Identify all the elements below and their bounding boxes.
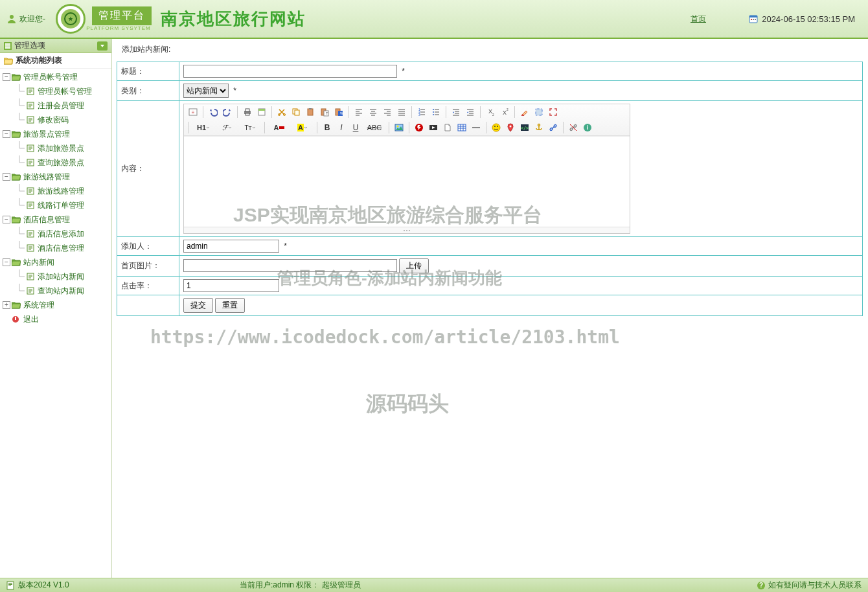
svg-rect-79 [8, 584, 12, 585]
svg-point-62 [494, 126, 496, 127]
paste-word-icon[interactable]: W [332, 106, 345, 119]
outdent-icon[interactable] [464, 106, 477, 119]
hr-icon[interactable] [470, 121, 483, 134]
nav-item[interactable]: 酒店信息添加 [0, 227, 111, 241]
nav-item[interactable]: 添加旅游景点 [0, 141, 111, 155]
title-input[interactable] [183, 65, 397, 78]
nav-item[interactable]: 添加站内新闻 [0, 269, 111, 284]
highlight-icon[interactable]: A [291, 121, 314, 134]
datetime-text: 2024-06-15 02:53:15 PM [762, 14, 855, 24]
home-link[interactable]: 首页 [691, 14, 706, 25]
nav-group[interactable]: +系统管理 [0, 298, 111, 312]
reset-button[interactable]: 重置 [215, 298, 245, 313]
align-left-icon[interactable] [352, 106, 365, 119]
nav-group-label: 旅游线路管理 [23, 172, 70, 183]
source-icon[interactable]: ≡ [187, 106, 200, 119]
svg-rect-4 [751, 19, 752, 20]
tree-toggle-icon[interactable]: − [3, 173, 10, 181]
upload-button[interactable]: 上传 [399, 258, 429, 273]
superscript-icon[interactable]: X2 [498, 106, 511, 119]
heading-icon[interactable]: H1 [192, 121, 214, 134]
paste-icon[interactable] [304, 106, 317, 119]
page-icon [26, 87, 35, 96]
fullscreen-icon[interactable] [547, 106, 560, 119]
nav-group[interactable]: −站内新闻 [0, 255, 111, 269]
svg-text:?: ? [759, 582, 763, 589]
link-icon[interactable] [547, 121, 560, 134]
align-center-icon[interactable] [367, 106, 380, 119]
select-all-icon[interactable] [532, 106, 545, 119]
image-path-input[interactable] [183, 259, 397, 272]
nav-item[interactable]: 酒店信息管理 [0, 241, 111, 255]
toolbar-separator [188, 122, 189, 133]
copy-icon[interactable] [290, 106, 303, 119]
clear-format-icon[interactable] [518, 106, 531, 119]
paste-text-icon[interactable]: T [318, 106, 331, 119]
subscript-icon[interactable]: X2 [484, 106, 497, 119]
media-icon[interactable] [427, 121, 440, 134]
underline-icon[interactable]: U [349, 121, 362, 134]
indent-icon[interactable] [450, 106, 463, 119]
tree-toggle-icon[interactable]: − [3, 130, 10, 138]
editor-resize-handle[interactable] [184, 227, 630, 233]
nav-group[interactable]: −旅游景点管理 [0, 127, 111, 141]
nav-group[interactable]: −旅游线路管理 [0, 170, 111, 184]
sidebar-collapse-button[interactable] [97, 41, 108, 51]
nav-item[interactable]: 查询站内新闻 [0, 284, 111, 298]
tree-line-icon [17, 141, 26, 155]
nav-item[interactable]: 查询旅游景点 [0, 155, 111, 170]
nav-item[interactable]: 修改密码 [0, 113, 111, 127]
tree-toggle-icon[interactable]: − [3, 73, 10, 81]
tree-line-icon [17, 284, 26, 298]
nav-item[interactable]: 注册会员管理 [0, 98, 111, 113]
hits-input[interactable] [183, 279, 279, 292]
tree-toggle-icon[interactable]: − [3, 216, 10, 223]
nav-group[interactable]: −酒店信息管理 [0, 212, 111, 227]
label-category: 类别： [117, 81, 179, 101]
image-icon[interactable] [393, 121, 405, 134]
text-color-icon[interactable]: A [268, 121, 290, 134]
bold-icon[interactable]: B [321, 121, 334, 134]
nav-exit[interactable]: 退出 [0, 312, 111, 326]
nav-item[interactable]: 管理员帐号管理 [0, 84, 111, 98]
footer-user-info: 当前用户:admin 权限： 超级管理员 [240, 580, 361, 591]
print-icon[interactable] [241, 106, 254, 119]
category-select[interactable]: 站内新闻 [183, 84, 229, 98]
about-icon[interactable]: i [581, 121, 594, 134]
unlink-icon[interactable] [567, 121, 580, 134]
role-value: 超级管理员 [322, 580, 361, 589]
page-title: 添加站内新闻: [117, 44, 863, 55]
tree-toggle-icon[interactable]: − [3, 258, 10, 266]
nav-item[interactable]: 旅游线路管理 [0, 184, 111, 198]
submit-button[interactable]: 提交 [183, 298, 213, 313]
toolbar-separator [486, 122, 486, 133]
editor-body[interactable] [184, 136, 630, 227]
undo-icon[interactable] [207, 106, 220, 119]
ol-icon[interactable]: 123 [415, 106, 428, 119]
nav-item[interactable]: 线路订单管理 [0, 198, 111, 212]
align-right-icon[interactable] [381, 106, 394, 119]
table-icon[interactable] [455, 121, 468, 134]
font-family-icon[interactable]: ℱ [216, 121, 238, 134]
map-icon[interactable] [504, 121, 517, 134]
nav-group[interactable]: −管理员帐号管理 [0, 70, 111, 84]
toolbar-separator [264, 122, 265, 133]
anchor-icon[interactable] [532, 121, 545, 134]
flash-icon[interactable] [413, 121, 426, 134]
code-icon[interactable]: </> [518, 121, 531, 134]
redo-icon[interactable] [221, 106, 234, 119]
ul-icon[interactable] [429, 106, 442, 119]
author-input[interactable] [183, 240, 279, 253]
cut-icon[interactable] [275, 106, 288, 119]
toolbar-separator [389, 122, 389, 133]
template-icon[interactable] [255, 106, 268, 119]
footer-help[interactable]: ? 如有疑问请与技术人员联系 [757, 580, 862, 591]
font-size-icon[interactable]: TT [239, 121, 261, 134]
svg-text:i: i [587, 124, 589, 131]
align-justify-icon[interactable] [395, 106, 408, 119]
file-icon[interactable] [441, 121, 454, 134]
strike-icon[interactable]: ABC [363, 121, 385, 134]
emoji-icon[interactable] [490, 121, 503, 134]
tree-toggle-icon[interactable]: + [3, 301, 10, 309]
italic-icon[interactable]: I [335, 121, 348, 134]
